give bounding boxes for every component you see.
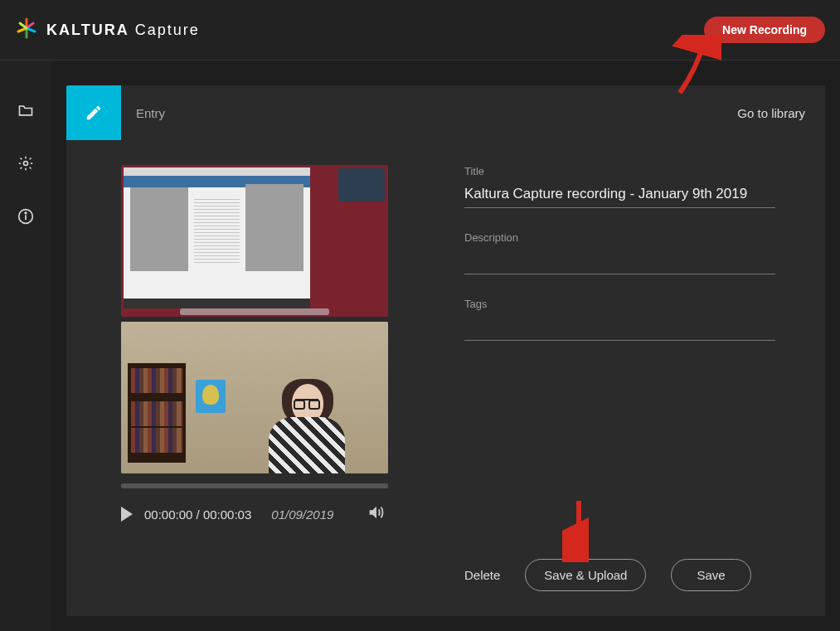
brand-text: KALTURA Capture (46, 22, 200, 39)
folder-icon[interactable] (17, 102, 34, 122)
pencil-icon (85, 104, 103, 122)
brand-light: Capture (135, 22, 200, 38)
delete-button[interactable]: Delete (464, 568, 500, 582)
save-upload-button[interactable]: Save & Upload (525, 559, 646, 591)
edit-tile[interactable] (66, 85, 121, 140)
screen-recording-preview[interactable] (121, 165, 388, 317)
recording-date: 01/09/2019 (271, 507, 333, 522)
duration: 00:00:03 (203, 507, 251, 522)
title-input[interactable] (464, 182, 775, 208)
description-label: Description (464, 231, 775, 244)
tags-label: Tags (464, 298, 775, 310)
go-to-library-link[interactable]: Go to library (737, 106, 805, 120)
current-time: 00:00:00 (144, 507, 192, 522)
left-rail (0, 61, 51, 631)
time-display: 00:00:00 / 00:00:03 (144, 507, 251, 522)
tab-entry[interactable]: Entry (136, 106, 165, 120)
play-icon[interactable] (121, 507, 133, 522)
gear-icon[interactable] (17, 155, 34, 175)
svg-point-9 (25, 212, 27, 214)
logo-icon (15, 17, 38, 43)
svg-point-6 (24, 162, 28, 166)
brand-strong: KALTURA (46, 22, 129, 38)
entry-panel: Entry Go to library (66, 85, 825, 616)
tags-input[interactable] (464, 315, 775, 341)
volume-icon[interactable] (367, 503, 385, 525)
app-header: KALTURA Capture New Recording (0, 0, 840, 61)
description-input[interactable] (464, 249, 775, 274)
brand: KALTURA Capture (15, 17, 200, 43)
save-button[interactable]: Save (671, 559, 750, 591)
title-label: Title (464, 165, 775, 177)
scrub-bar[interactable] (121, 483, 388, 488)
webcam-recording-preview[interactable] (121, 322, 388, 473)
new-recording-button[interactable]: New Recording (704, 17, 825, 43)
info-icon[interactable] (17, 208, 34, 228)
